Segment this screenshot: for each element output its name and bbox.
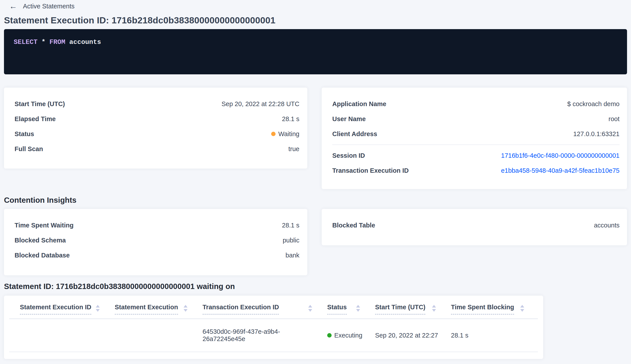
back-arrow-icon: ←	[9, 2, 17, 10]
kv-row-blocked-database: Blocked Database bank	[14, 248, 300, 263]
caret-down-icon	[308, 309, 312, 312]
column-header-label: Status	[327, 304, 347, 314]
caret-up-icon	[432, 305, 436, 308]
full-scan-value: true	[288, 146, 300, 153]
column-header-label: Time Spent Blocking	[451, 304, 514, 314]
executing-status-dot-icon	[327, 333, 332, 338]
sql-keyword: SELECT	[14, 38, 38, 46]
kv-row-time-spent-waiting: Time Spent Waiting 28.1 s	[14, 218, 300, 233]
caret-up-icon	[96, 305, 100, 308]
column-header-label: Statement Execution ID	[20, 304, 91, 314]
kv-label: Full Scan	[14, 146, 43, 153]
waiting-on-heading: Statement ID: 1716b218dc0b38380000000000…	[4, 282, 627, 291]
sql-keyword: FROM	[50, 38, 65, 46]
sort-icon	[96, 304, 100, 312]
kv-label: Elapsed Time	[14, 116, 56, 123]
transaction-execution-id-link[interactable]: e1bba458-5948-40a9-a42f-5feac1b10e75	[501, 167, 620, 174]
cell-status: Executing	[327, 332, 375, 339]
statement-execution-details-page: ← Active Statements Statement Execution …	[0, 0, 631, 359]
kv-row-blocked-schema: Blocked Schema public	[14, 233, 300, 248]
session-id-link[interactable]: 1716b1f6-4e0c-f480-0000-000000000001	[501, 152, 620, 159]
kv-label: Blocked Database	[14, 252, 70, 259]
kv-row-transaction-execution-id: Transaction Execution ID e1bba458-5948-4…	[332, 163, 620, 178]
waiting-on-table-header: Statement Execution ID Statement Executi…	[9, 296, 538, 319]
blocked-database-value: bank	[286, 252, 300, 259]
caret-down-icon	[520, 309, 524, 312]
kv-label: Time Spent Waiting	[14, 222, 74, 229]
session-overview-card: Application Name $ cockroach demo User N…	[322, 88, 627, 189]
caret-up-icon	[184, 305, 188, 308]
column-header-label: Transaction Execution ID	[202, 304, 279, 314]
back-link-label: Active Statements	[23, 3, 74, 10]
column-header-statement-execution[interactable]: Statement Execution	[115, 304, 202, 314]
caret-up-icon	[520, 305, 524, 308]
table-row: 64530d0c-969f-437e-a9b4-26a72245e45e Exe…	[9, 319, 538, 352]
page-title: Statement Execution ID: 1716b218dc0b3838…	[4, 15, 627, 26]
kv-row-status: Status Waiting	[14, 126, 300, 142]
sort-icon	[520, 304, 524, 312]
column-header-statement-execution-id[interactable]: Statement Execution ID	[20, 304, 115, 314]
caret-down-icon	[96, 309, 100, 312]
caret-down-icon	[432, 309, 436, 312]
kv-label: Blocked Table	[332, 222, 375, 229]
caret-down-icon	[184, 309, 188, 312]
start-time-value: Sep 20, 2022 at 22:28 UTC	[222, 100, 300, 108]
cell-time-spent-blocking: 28.1 s	[451, 332, 530, 339]
kv-row-user-name: User Name root	[332, 112, 620, 126]
status-badge: Waiting	[271, 130, 300, 138]
column-header-label: Start Time (UTC)	[375, 304, 425, 314]
kv-label: Status	[14, 130, 34, 138]
sort-icon	[184, 304, 188, 312]
back-link-active-statements[interactable]: ← Active Statements	[9, 2, 74, 10]
caret-up-icon	[356, 305, 360, 308]
sort-icon	[356, 304, 360, 312]
kv-label: User Name	[332, 116, 366, 123]
statement-overview-card: Start Time (UTC) Sep 20, 2022 at 22:28 U…	[4, 88, 307, 168]
waiting-status-dot-icon	[271, 132, 276, 136]
blocked-schema-value: public	[283, 237, 300, 244]
kv-label: Start Time (UTC)	[14, 100, 65, 108]
sql-text: *	[38, 38, 50, 46]
sql-statement-text: SELECT * FROM accounts	[14, 38, 617, 46]
overview-cards-row: Start Time (UTC) Sep 20, 2022 at 22:28 U…	[4, 88, 627, 189]
sort-icon	[432, 304, 436, 312]
contention-insights-heading: Contention Insights	[4, 195, 627, 205]
sort-icon	[308, 304, 312, 312]
sql-table-name: accounts	[65, 38, 101, 46]
kv-row-start-time: Start Time (UTC) Sep 20, 2022 at 22:28 U…	[14, 96, 300, 112]
cell-transaction-execution-id: 64530d0c-969f-437e-a9b4-26a72245e45e	[202, 328, 327, 342]
column-header-transaction-execution-id[interactable]: Transaction Execution ID	[202, 304, 327, 314]
kv-row-session-id: Session ID 1716b1f6-4e0c-f480-0000-00000…	[332, 148, 620, 163]
user-name-value: root	[608, 116, 620, 123]
kv-label: Application Name	[332, 100, 386, 108]
column-header-start-time[interactable]: Start Time (UTC)	[375, 304, 451, 314]
card-divider	[332, 144, 620, 145]
client-address-value: 127.0.0.1:63321	[573, 130, 620, 138]
kv-label: Client Address	[332, 130, 377, 138]
contention-details-card: Time Spent Waiting 28.1 s Blocked Schema…	[4, 209, 307, 275]
blocked-table-card: Blocked Table accounts	[322, 209, 627, 245]
waiting-on-table: Statement Execution ID Statement Executi…	[4, 296, 543, 359]
kv-row-client-address: Client Address 127.0.0.1:63321	[332, 126, 620, 142]
blocked-table-value: accounts	[594, 222, 620, 229]
caret-down-icon	[356, 309, 360, 312]
status-value: Waiting	[278, 130, 300, 138]
application-name-value: $ cockroach demo	[567, 100, 620, 108]
kv-label: Transaction Execution ID	[332, 167, 408, 174]
column-header-label: Statement Execution	[115, 304, 178, 314]
kv-label: Session ID	[332, 152, 365, 159]
cell-start-time: Sep 20, 2022 at 22:27	[375, 332, 451, 339]
elapsed-time-value: 28.1 s	[282, 116, 300, 123]
time-spent-waiting-value: 28.1 s	[282, 222, 300, 229]
kv-row-blocked-table: Blocked Table accounts	[332, 218, 620, 233]
kv-row-full-scan: Full Scan true	[14, 142, 300, 156]
column-header-status[interactable]: Status	[327, 304, 375, 314]
contention-cards-row: Time Spent Waiting 28.1 s Blocked Schema…	[4, 209, 627, 275]
caret-up-icon	[308, 305, 312, 308]
kv-row-elapsed-time: Elapsed Time 28.1 s	[14, 112, 300, 126]
sql-statement-box: SELECT * FROM accounts	[4, 29, 627, 74]
kv-row-application-name: Application Name $ cockroach demo	[332, 96, 620, 112]
status-value: Executing	[334, 332, 362, 339]
column-header-time-spent-blocking[interactable]: Time Spent Blocking	[451, 304, 530, 314]
kv-label: Blocked Schema	[14, 237, 66, 244]
